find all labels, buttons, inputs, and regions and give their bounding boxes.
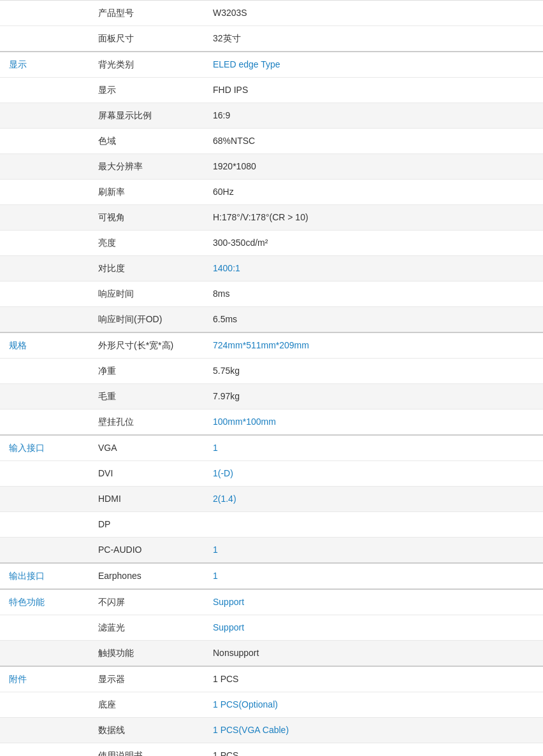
- value-cell: W3203S: [204, 1, 543, 26]
- category-cell: [0, 359, 89, 384]
- table-row: 刷新率60Hz: [0, 180, 543, 205]
- table-row: 最大分辨率1920*1080: [0, 154, 543, 180]
- category-cell: 规格: [0, 332, 89, 359]
- value-cell: 1(-D): [204, 461, 543, 487]
- value-cell: 1: [204, 435, 543, 461]
- category-cell: [0, 78, 89, 103]
- table-row: DVI1(-D): [0, 461, 543, 487]
- label-cell: 净重: [89, 359, 204, 384]
- table-row: 规格外形尺寸(长*宽*高)724mm*511mm*209mm: [0, 332, 543, 359]
- table-row: 底座1 PCS(Optional): [0, 692, 543, 718]
- value-cell: Support: [204, 615, 543, 641]
- category-cell: [0, 282, 89, 307]
- value-cell: 60Hz: [204, 180, 543, 205]
- category-cell: [0, 641, 89, 667]
- label-cell: 产品型号: [89, 1, 204, 26]
- table-row: 显示背光类别ELED edge Type: [0, 52, 543, 78]
- table-row: 使用说明书1 PCS: [0, 743, 543, 757]
- value-cell: [204, 512, 543, 538]
- value-cell: 1 PCS(VGA Cable): [204, 718, 543, 743]
- table-row: 响应时间8ms: [0, 282, 543, 307]
- category-cell: [0, 103, 89, 129]
- table-row: 响应时间(开OD)6.5ms: [0, 307, 543, 333]
- value-cell: 2(1.4): [204, 487, 543, 512]
- category-cell: [0, 1, 89, 26]
- label-cell: HDMI: [89, 487, 204, 512]
- value-cell: 6.5ms: [204, 307, 543, 333]
- label-cell: DVI: [89, 461, 204, 487]
- value-cell: 68%NTSC: [204, 129, 543, 154]
- category-cell: [0, 692, 89, 718]
- category-cell: [0, 487, 89, 512]
- value-cell: 16:9: [204, 103, 543, 129]
- category-cell: 显示: [0, 52, 89, 78]
- category-cell: [0, 615, 89, 641]
- label-cell: 滤蓝光: [89, 615, 204, 641]
- label-cell: 色域: [89, 129, 204, 154]
- value-cell: FHD IPS: [204, 78, 543, 103]
- label-cell: PC-AUDIO: [89, 538, 204, 564]
- category-cell: 输出接口: [0, 563, 89, 589]
- value-cell: 1: [204, 563, 543, 589]
- table-row: 对比度1400:1: [0, 256, 543, 282]
- category-cell: 输入接口: [0, 435, 89, 461]
- label-cell: 响应时间(开OD): [89, 307, 204, 333]
- label-cell: 亮度: [89, 231, 204, 256]
- label-cell: 壁挂孔位: [89, 410, 204, 436]
- label-cell: 显示器: [89, 666, 204, 692]
- value-cell: ELED edge Type: [204, 52, 543, 78]
- label-cell: 使用说明书: [89, 743, 204, 757]
- label-cell: 对比度: [89, 256, 204, 282]
- table-row: 输出接口Earphones1: [0, 563, 543, 589]
- table-row: 毛重7.97kg: [0, 384, 543, 410]
- label-cell: VGA: [89, 435, 204, 461]
- category-cell: [0, 307, 89, 333]
- table-row: 可视角H:178°/V:178°(CR > 10): [0, 205, 543, 231]
- label-cell: 触摸功能: [89, 641, 204, 667]
- table-row: 显示FHD IPS: [0, 78, 543, 103]
- table-row: 面板尺寸32英寸: [0, 26, 543, 52]
- label-cell: 显示: [89, 78, 204, 103]
- table-row: 产品型号W3203S: [0, 1, 543, 26]
- table-row: 色域68%NTSC: [0, 129, 543, 154]
- category-cell: [0, 231, 89, 256]
- label-cell: 底座: [89, 692, 204, 718]
- value-cell: 8ms: [204, 282, 543, 307]
- category-cell: 附件: [0, 666, 89, 692]
- table-row: 净重5.75kg: [0, 359, 543, 384]
- table-row: 附件显示器1 PCS: [0, 666, 543, 692]
- table-row: 触摸功能Nonsupport: [0, 641, 543, 667]
- category-cell: [0, 26, 89, 52]
- value-cell: 1920*1080: [204, 154, 543, 180]
- value-cell: 1400:1: [204, 256, 543, 282]
- category-cell: 特色功能: [0, 589, 89, 615]
- category-cell: [0, 512, 89, 538]
- table-row: 数据线1 PCS(VGA Cable): [0, 718, 543, 743]
- value-cell: 1 PCS(Optional): [204, 692, 543, 718]
- value-cell: Support: [204, 589, 543, 615]
- category-cell: [0, 538, 89, 564]
- value-cell: 32英寸: [204, 26, 543, 52]
- value-cell: 5.75kg: [204, 359, 543, 384]
- table-row: 壁挂孔位100mm*100mm: [0, 410, 543, 436]
- label-cell: 屏幕显示比例: [89, 103, 204, 129]
- label-cell: 不闪屏: [89, 589, 204, 615]
- label-cell: 面板尺寸: [89, 26, 204, 52]
- value-cell: 1: [204, 538, 543, 564]
- category-cell: [0, 384, 89, 410]
- label-cell: 毛重: [89, 384, 204, 410]
- label-cell: 数据线: [89, 718, 204, 743]
- table-row: 特色功能不闪屏Support: [0, 589, 543, 615]
- label-cell: 刷新率: [89, 180, 204, 205]
- value-cell: Nonsupport: [204, 641, 543, 667]
- category-cell: [0, 154, 89, 180]
- category-cell: [0, 205, 89, 231]
- category-cell: [0, 718, 89, 743]
- table-row: 亮度300-350cd/m²: [0, 231, 543, 256]
- value-cell: 300-350cd/m²: [204, 231, 543, 256]
- category-cell: [0, 180, 89, 205]
- value-cell: 1 PCS: [204, 743, 543, 757]
- table-row: 滤蓝光Support: [0, 615, 543, 641]
- category-cell: [0, 129, 89, 154]
- category-cell: [0, 410, 89, 436]
